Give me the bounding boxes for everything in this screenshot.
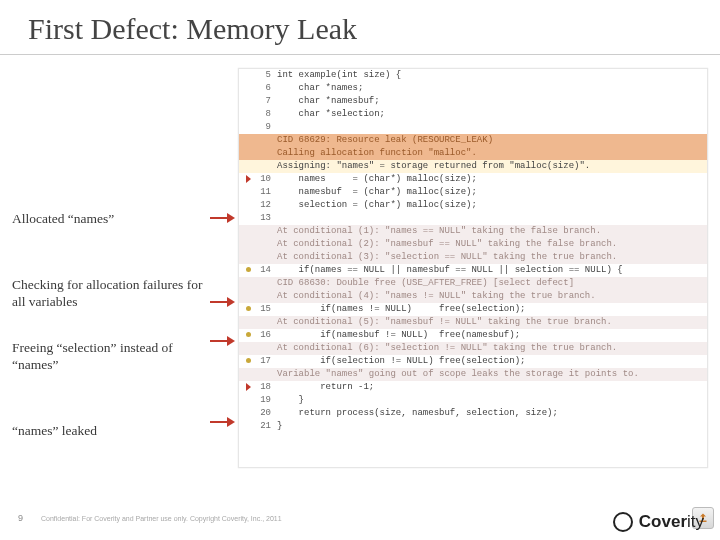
line-text: Assigning: "names" = storage returned fr…	[277, 160, 707, 173]
annotation-allocated: Allocated “names”	[12, 210, 212, 228]
code-line: 13	[239, 212, 707, 225]
line-text: At conditional (4): "names != NULL" taki…	[277, 290, 707, 303]
code-line: 11 namesbuf = (char*) malloc(size);	[239, 186, 707, 199]
code-line: 10 names = (char*) malloc(size);	[239, 173, 707, 186]
line-number: 15	[253, 303, 277, 316]
event-marker-icon	[243, 303, 253, 316]
event-marker-icon	[243, 329, 253, 342]
line-text: At conditional (1): "names == NULL" taki…	[277, 225, 707, 238]
line-text: return process(size, namesbuf, selection…	[277, 407, 707, 420]
line-text: char *namesbuf;	[277, 95, 707, 108]
line-text: int example(int size) {	[277, 69, 707, 82]
line-text: if(names != NULL) free(selection);	[277, 303, 707, 316]
line-number: 16	[253, 329, 277, 342]
analysis-line: At conditional (1): "names == NULL" taki…	[239, 225, 707, 238]
title-underline	[0, 54, 720, 55]
code-line: 5int example(int size) {	[239, 69, 707, 82]
line-text: char *selection;	[277, 108, 707, 121]
analysis-line: At conditional (2): "namesbuf == NULL" t…	[239, 238, 707, 251]
code-line: 19 }	[239, 394, 707, 407]
code-panel: 5int example(int size) {6 char *names;7 …	[238, 68, 708, 468]
line-number: 17	[253, 355, 277, 368]
highlight-line: Assigning: "names" = storage returned fr…	[239, 160, 707, 173]
slide: First Defect: Memory Leak Allocated “nam…	[0, 0, 720, 540]
arrow-icon	[210, 418, 236, 426]
line-number: 6	[253, 82, 277, 95]
line-text: selection = (char*) malloc(size);	[277, 199, 707, 212]
annotations-column: Allocated “names” Checking for allocatio…	[12, 210, 212, 467]
code-line: 16 if(namesbuf != NULL) free(namesbuf);	[239, 329, 707, 342]
line-number: 13	[253, 212, 277, 225]
slide-title: First Defect: Memory Leak	[28, 12, 357, 46]
line-text: At conditional (2): "namesbuf == NULL" t…	[277, 238, 707, 251]
code-line: 21}	[239, 420, 707, 433]
annotation-checking: Checking for allocation failures for all…	[12, 276, 212, 311]
confidential-text: Confidential: For Coverity and Partner u…	[41, 515, 692, 522]
code-line: 6 char *names;	[239, 82, 707, 95]
line-text: CID 68630: Double free (USE_AFTER_FREE) …	[277, 277, 707, 290]
defect-marker-icon	[243, 173, 253, 186]
line-text: }	[277, 394, 707, 407]
line-number: 18	[253, 381, 277, 394]
arrow-icon	[210, 298, 236, 306]
logo-mark-icon	[613, 512, 633, 532]
line-text: Calling allocation function "malloc".	[277, 147, 707, 160]
event-marker-icon	[243, 355, 253, 368]
line-number: 10	[253, 173, 277, 186]
line-text: At conditional (5): "namesbuf != NULL" t…	[277, 316, 707, 329]
defect-line: CID 68629: Resource leak (RESOURCE_LEAK)	[239, 134, 707, 147]
analysis-line: At conditional (3): "selection == NULL" …	[239, 251, 707, 264]
analysis-line: Variable "names" going out of scope leak…	[239, 368, 707, 381]
arrow-icon	[210, 214, 236, 222]
line-text: }	[277, 420, 707, 433]
line-number: 9	[253, 121, 277, 134]
line-number: 19	[253, 394, 277, 407]
line-number: 20	[253, 407, 277, 420]
code-line: 15 if(names != NULL) free(selection);	[239, 303, 707, 316]
line-text: At conditional (6): "selection != NULL" …	[277, 342, 707, 355]
code-line: 17 if(selection != NULL) free(selection)…	[239, 355, 707, 368]
code-line: 14 if(names == NULL || namesbuf == NULL …	[239, 264, 707, 277]
code-line: 18 return -1;	[239, 381, 707, 394]
line-number: 14	[253, 264, 277, 277]
arrow-icon	[210, 337, 236, 345]
line-number: 5	[253, 69, 277, 82]
code-line: 20 return process(size, namesbuf, select…	[239, 407, 707, 420]
line-text: return -1;	[277, 381, 707, 394]
line-number: 21	[253, 420, 277, 433]
defect-line: Calling allocation function "malloc".	[239, 147, 707, 160]
analysis-line: At conditional (6): "selection != NULL" …	[239, 342, 707, 355]
line-text: namesbuf = (char*) malloc(size);	[277, 186, 707, 199]
logo-text: Coverity	[639, 512, 704, 532]
line-text: names = (char*) malloc(size);	[277, 173, 707, 186]
line-number: 11	[253, 186, 277, 199]
analysis-line: At conditional (5): "namesbuf != NULL" t…	[239, 316, 707, 329]
line-number: 8	[253, 108, 277, 121]
defect-marker-icon	[243, 381, 253, 394]
event-marker-icon	[243, 264, 253, 277]
annotation-freeing: Freeing “selection” instead of “names”	[12, 339, 212, 374]
code-line: 7 char *namesbuf;	[239, 95, 707, 108]
line-text: CID 68629: Resource leak (RESOURCE_LEAK)	[277, 134, 707, 147]
code-line: 8 char *selection;	[239, 108, 707, 121]
coverity-logo: Coverity	[613, 512, 704, 532]
line-text: At conditional (3): "selection == NULL" …	[277, 251, 707, 264]
line-text: if(selection != NULL) free(selection);	[277, 355, 707, 368]
line-text: char *names;	[277, 82, 707, 95]
line-text: if(names == NULL || namesbuf == NULL || …	[277, 264, 707, 277]
analysis-line: CID 68630: Double free (USE_AFTER_FREE) …	[239, 277, 707, 290]
annotation-leaked: “names” leaked	[12, 422, 212, 440]
code-line: 12 selection = (char*) malloc(size);	[239, 199, 707, 212]
line-number: 12	[253, 199, 277, 212]
line-text: Variable "names" going out of scope leak…	[277, 368, 707, 381]
code-line: 9	[239, 121, 707, 134]
line-number: 7	[253, 95, 277, 108]
line-text: if(namesbuf != NULL) free(namesbuf);	[277, 329, 707, 342]
page-number: 9	[18, 513, 23, 523]
analysis-line: At conditional (4): "names != NULL" taki…	[239, 290, 707, 303]
